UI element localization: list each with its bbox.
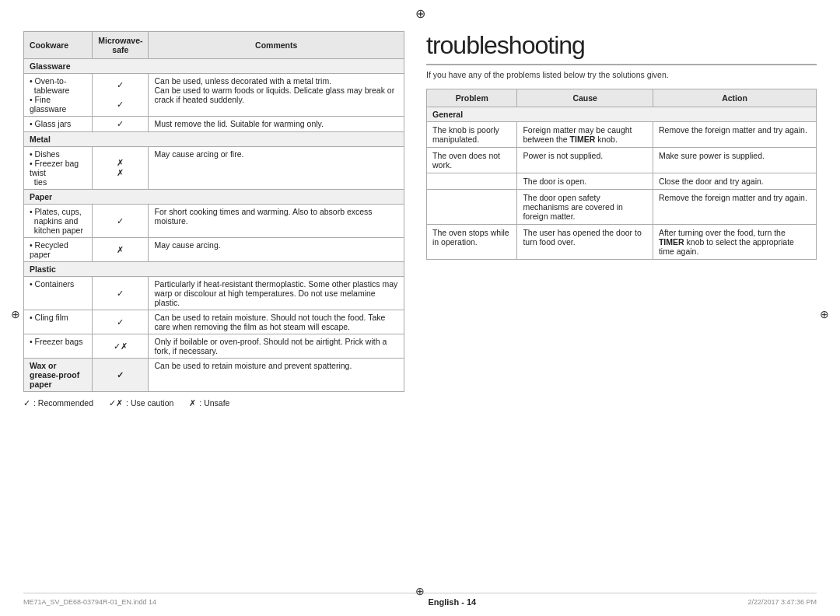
check-mark: ✓ <box>93 359 149 392</box>
table-row: The oven does not work. Power is not sup… <box>427 148 817 173</box>
category-label: Plastic <box>24 262 404 277</box>
troubleshooting-section: troubleshooting If you have any of the p… <box>426 31 817 586</box>
top-compass-icon: ⊕ <box>415 6 425 21</box>
cookware-item: • Recycled paper <box>24 238 93 262</box>
legend-unsafe: ✗ : Unsafe <box>189 398 229 408</box>
table-row: • Containers ✓ Particularly if heat-resi… <box>24 277 404 310</box>
check-mark: ✓ <box>93 117 149 132</box>
comment-text: For short cooking times and warming. Als… <box>149 205 404 238</box>
comment-text: Must remove the lid. Suitable for warmin… <box>149 117 404 132</box>
cookware-table: Cookware Microwave-safe Comments Glasswa… <box>23 31 404 392</box>
cookware-item: • Glass jars <box>24 117 93 132</box>
cookware-header-col1: Cookware <box>24 32 93 59</box>
comment-text: Can be used to retain moisture. Should n… <box>149 310 404 334</box>
category-label: Paper <box>24 190 404 205</box>
comment-text: May cause arcing or fire. <box>149 147 404 190</box>
cookware-item: • Containers <box>24 277 93 310</box>
check-mark: ✓ <box>93 277 149 310</box>
table-row: The oven stops while in operation. The u… <box>427 225 817 260</box>
trouble-problem <box>427 190 517 225</box>
comment-text: Only if boilable or oven-proof. Should n… <box>149 334 404 359</box>
table-row: The knob is poorly manipulated. Foreign … <box>427 122 817 148</box>
trouble-cause: The door is open. <box>517 173 653 190</box>
left-compass-icon: ⊕ <box>11 308 20 320</box>
trouble-cause: Foreign matter may be caught between the… <box>517 122 653 148</box>
trouble-header-action: Action <box>653 89 816 107</box>
cookware-section: Cookware Microwave-safe Comments Glasswa… <box>23 31 404 586</box>
table-row: The door is open. Close the door and try… <box>427 173 817 190</box>
check-mark: ✗✗ <box>93 147 149 190</box>
table-row: • Dishes• Freezer bag twist ties ✗✗ May … <box>24 147 404 190</box>
legend-recommended-label: : Recommended <box>33 398 93 408</box>
check-mark: ✓✗ <box>93 334 149 359</box>
legend-caution-label: : Use caution <box>126 398 173 408</box>
legend-unsafe-label: : Unsafe <box>199 398 229 408</box>
cookware-item: • Plates, cups, napkins and kitchen pape… <box>24 205 93 238</box>
trouble-action: Make sure power is supplied. <box>653 148 816 173</box>
legend-x-symbol: ✗ <box>189 398 196 408</box>
trouble-problem: The knob is poorly manipulated. <box>427 122 517 148</box>
category-paper: Paper <box>24 190 404 205</box>
check-mark: ✓ <box>93 205 149 238</box>
category-label: Metal <box>24 132 404 147</box>
cookware-item: • Oven-to- tableware• Fine glassware <box>24 74 93 117</box>
trouble-problem: The oven does not work. <box>427 148 517 173</box>
comment-text: Can be used to retain moisture and preve… <box>149 359 404 392</box>
trouble-category-general: General <box>427 107 817 122</box>
troubleshoot-subtitle: If you have any of the problems listed b… <box>426 70 817 79</box>
comment-text: Particularly if heat-resistant thermopla… <box>149 277 404 310</box>
table-row: The door open safety mechanisms are cove… <box>427 190 817 225</box>
category-plastic: Plastic <box>24 262 404 277</box>
comment-text: May cause arcing. <box>149 238 404 262</box>
trouble-header-cause: Cause <box>517 89 653 107</box>
troubleshoot-title: troubleshooting <box>426 31 817 65</box>
trouble-cause: The door open safety mechanisms are cove… <box>517 190 653 225</box>
category-wax: Wax or grease-proofpaper ✓ Can be used t… <box>24 359 404 392</box>
check-mark: ✗ <box>93 238 149 262</box>
category-metal: Metal <box>24 132 404 147</box>
page-number: English - 14 <box>156 597 747 607</box>
table-row: • Cling film ✓ Can be used to retain moi… <box>24 310 404 334</box>
comment-text: Can be used, unless decorated with a met… <box>149 74 404 117</box>
table-row: • Oven-to- tableware• Fine glassware ✓✓ … <box>24 74 404 117</box>
legend-check-symbol: ✓ <box>23 398 30 408</box>
cookware-item: • Freezer bags <box>24 334 93 359</box>
trouble-problem: The oven stops while in operation. <box>427 225 517 260</box>
cookware-item: • Dishes• Freezer bag twist ties <box>24 147 93 190</box>
category-glassware: Glassware <box>24 59 404 74</box>
legend-area: ✓ : Recommended ✓✗ : Use caution ✗ : Uns… <box>23 398 404 408</box>
troubleshoot-table: Problem Cause Action General The knob is… <box>426 89 817 260</box>
legend-checkx-symbol: ✓✗ <box>109 398 123 408</box>
legend-recommended: ✓ : Recommended <box>23 398 93 408</box>
bottom-compass-icon: ⊕ <box>415 585 425 597</box>
cookware-header-col3: Comments <box>149 32 404 59</box>
trouble-cause: Power is not supplied. <box>517 148 653 173</box>
trouble-action: After turning over the food, turn the TI… <box>653 225 816 260</box>
table-row: • Plates, cups, napkins and kitchen pape… <box>24 205 404 238</box>
trouble-header-problem: Problem <box>427 89 517 107</box>
category-label: Glassware <box>24 59 404 74</box>
trouble-action: Remove the foreign matter and try again. <box>653 190 816 225</box>
trouble-action: Remove the foreign matter and try again. <box>653 122 816 148</box>
check-mark: ✓✓ <box>93 74 149 117</box>
table-row: • Freezer bags ✓✗ Only if boilable or ov… <box>24 334 404 359</box>
trouble-cause: The user has opened the door to turn foo… <box>517 225 653 260</box>
table-row: • Recycled paper ✗ May cause arcing. <box>24 238 404 262</box>
cookware-header-col2: Microwave-safe <box>93 32 149 59</box>
table-row: • Glass jars ✓ Must remove the lid. Suit… <box>24 117 404 132</box>
legend-caution: ✓✗ : Use caution <box>109 398 173 408</box>
check-mark: ✓ <box>93 310 149 334</box>
bottom-right-text: 2/22/2017 3:47:36 PM <box>747 598 817 606</box>
cookware-item: • Cling film <box>24 310 93 334</box>
trouble-category-label: General <box>427 107 817 122</box>
trouble-problem <box>427 173 517 190</box>
right-compass-icon: ⊕ <box>820 308 829 320</box>
category-label: Wax or grease-proofpaper <box>24 359 93 392</box>
trouble-action: Close the door and try again. <box>653 173 816 190</box>
bottom-left-text: ME71A_SV_DE68-03794R-01_EN.indd 14 <box>23 598 156 606</box>
